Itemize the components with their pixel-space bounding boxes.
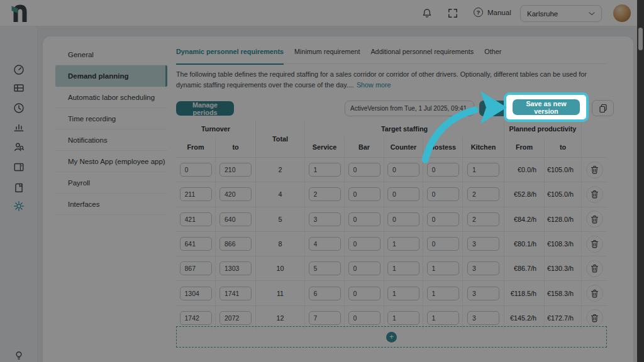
highlight-callout-box: Save as new version xyxy=(504,92,589,122)
dim-overlay xyxy=(0,0,644,362)
app-screen: ? Manual Karlsruhe xyxy=(0,0,644,362)
save-as-new-version-button-highlighted[interactable]: Save as new version xyxy=(513,99,580,115)
